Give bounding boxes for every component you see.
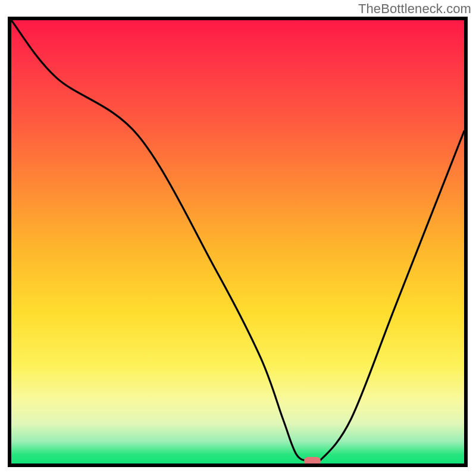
bottleneck-curve	[11, 20, 464, 464]
plot-frame	[8, 17, 468, 467]
watermark-text: TheBottleneck.com	[358, 1, 471, 17]
optimal-point-marker	[304, 457, 321, 465]
chart-container: TheBottleneck.com	[0, 0, 476, 476]
